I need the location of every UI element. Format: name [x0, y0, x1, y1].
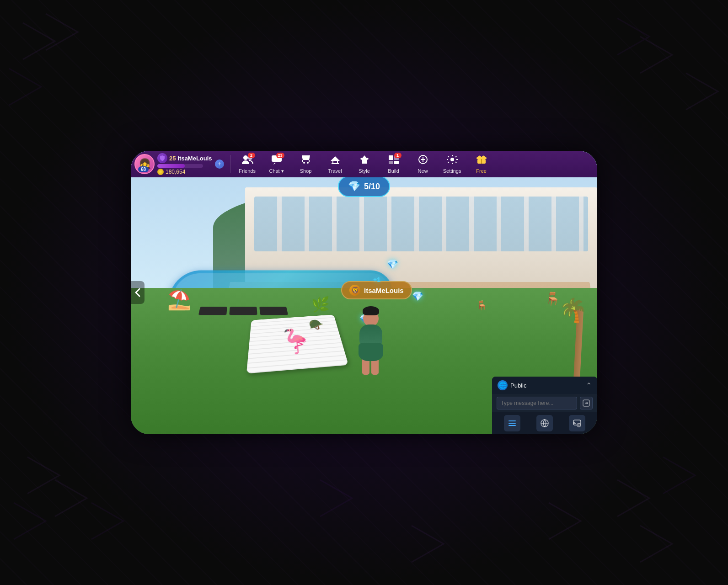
- svg-rect-15: [509, 420, 516, 421]
- building-windows: [254, 197, 588, 251]
- chat-input[interactable]: [497, 397, 577, 410]
- svg-rect-11: [476, 157, 487, 159]
- nav-style[interactable]: Style: [351, 153, 378, 176]
- diamond-collectible-1[interactable]: 💎: [387, 259, 398, 270]
- xp-bar: [157, 164, 203, 168]
- travel-label: Travel: [328, 168, 342, 174]
- chat-input-area: [492, 394, 597, 412]
- settings-icon: [446, 154, 458, 167]
- chat-bubble-button[interactable]: [569, 415, 585, 431]
- chat-badge: 23: [276, 153, 284, 158]
- svg-rect-5: [389, 155, 393, 160]
- device-frame: 🦩 🪖 ⛱️ 🌿 🪑 🌴 🪑: [131, 151, 597, 434]
- nav-divider-1: [230, 155, 231, 173]
- nav-free[interactable]: Free: [468, 153, 495, 176]
- chair-right: 🪑: [543, 290, 562, 308]
- free-icon: [476, 154, 487, 167]
- hat-decoration: 🪖: [308, 319, 325, 331]
- travel-icon: [329, 154, 341, 167]
- char-lower: [359, 343, 383, 361]
- plant-decoration: 🌿: [311, 296, 330, 313]
- xp-fill: [157, 164, 185, 168]
- build-label: Build: [388, 168, 399, 174]
- style-icon: [359, 154, 370, 167]
- diamond-collectible-3[interactable]: 💎: [412, 291, 423, 302]
- chat-header: 🌐 Public ⌃: [492, 377, 597, 394]
- friends-badge: 2: [248, 153, 255, 158]
- player-rank: 25: [169, 155, 176, 162]
- top-nav-bar: 👧 68 25 ItsaMeLouis: [131, 151, 597, 177]
- chat-footer: [492, 412, 597, 434]
- chat-globe-button[interactable]: [536, 415, 553, 431]
- nav-travel[interactable]: Travel: [321, 153, 349, 176]
- chat-panel: 🌐 Public ⌃: [492, 377, 597, 434]
- character-nametag: 🦁 ItsaMeLouis: [341, 281, 412, 299]
- lounge-chairs: [198, 307, 288, 315]
- globe-icon: 🌐: [498, 380, 508, 390]
- add-coins-button[interactable]: +: [215, 160, 224, 169]
- settings-label: Settings: [443, 168, 461, 174]
- diamond-counter-value: 5/10: [364, 182, 380, 191]
- friends-icon: 2: [241, 154, 253, 167]
- player-info: 👧 68 25 ItsaMeLouis: [134, 153, 224, 175]
- build-icon: 1: [388, 154, 400, 167]
- rank-shield: [157, 153, 167, 163]
- level-badge: 68: [138, 166, 149, 172]
- chat-nav-label: Chat ▾: [269, 168, 284, 174]
- svg-rect-16: [509, 423, 516, 424]
- umbrella-decoration: ⛱️: [167, 288, 191, 311]
- char-hair: [363, 306, 379, 315]
- plus-one-1: +1: [373, 276, 380, 283]
- chat-collapse-button[interactable]: ⌃: [586, 381, 592, 390]
- chat-visibility: 🌐 Public: [498, 380, 526, 390]
- svg-rect-8: [394, 161, 399, 164]
- coins-display: 180,654: [157, 169, 212, 175]
- nav-new[interactable]: New: [409, 153, 437, 176]
- nav-friends[interactable]: 2 Friends: [234, 153, 261, 176]
- player-stats: 25 ItsaMeLouis 180,654: [157, 153, 212, 175]
- chat-send-button[interactable]: [580, 397, 593, 410]
- character-name-label: ItsaMeLouis: [364, 287, 404, 294]
- shop-label: Shop: [300, 168, 312, 174]
- new-icon: [417, 154, 429, 167]
- nav-settings[interactable]: Settings: [439, 153, 466, 176]
- chat-visibility-label: Public: [510, 382, 526, 389]
- table-area: 🪑: [476, 300, 487, 311]
- svg-point-10: [450, 158, 454, 161]
- new-label: New: [418, 168, 428, 174]
- coins-value: 180,654: [166, 169, 185, 175]
- diamond-counter-icon: 💎: [348, 181, 360, 192]
- game-screen: 🦩 🪖 ⛱️ 🌿 🪑 🌴 🪑: [131, 151, 597, 434]
- flamingo-decoration: 🦩: [246, 314, 348, 373]
- svg-rect-7: [389, 161, 393, 164]
- svg-rect-17: [509, 425, 516, 426]
- shop-icon: [300, 154, 312, 167]
- chat-icon: 23: [271, 154, 283, 167]
- left-nav-arrow[interactable]: [131, 281, 145, 304]
- player-name: ItsaMeLouis: [177, 155, 212, 162]
- lion-badge: 🦁: [349, 285, 360, 296]
- svg-point-4: [307, 162, 309, 164]
- nav-build[interactable]: 1 Build: [380, 153, 407, 176]
- svg-point-3: [303, 162, 305, 164]
- chat-list-button[interactable]: [504, 415, 520, 431]
- build-badge: 1: [394, 153, 401, 158]
- beach-towel: 🦩 🪖: [246, 314, 348, 373]
- coin-icon: [157, 169, 164, 175]
- diamond-counter: 💎 5/10: [338, 176, 390, 197]
- free-label: Free: [476, 168, 487, 174]
- svg-point-0: [243, 155, 248, 160]
- nav-shop[interactable]: Shop: [292, 153, 320, 176]
- style-label: Style: [359, 168, 369, 174]
- nav-chat[interactable]: 23 Chat ▾: [263, 153, 290, 176]
- friends-label: Friends: [239, 168, 256, 174]
